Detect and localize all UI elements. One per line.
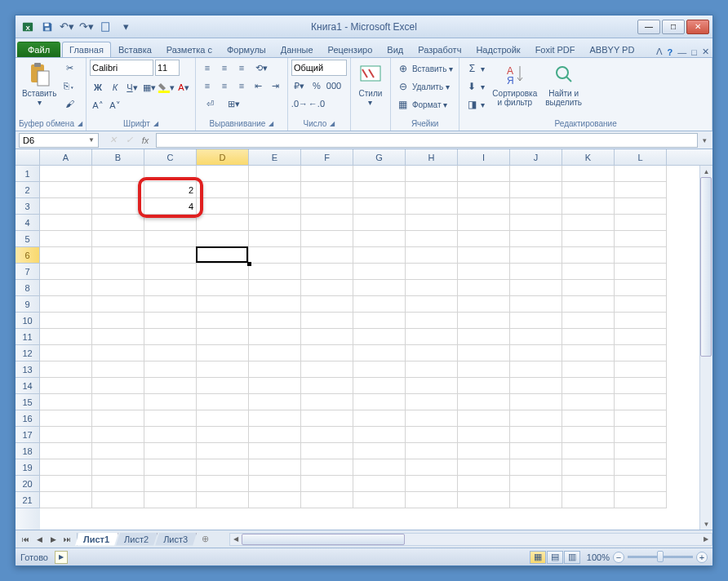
cell-E12[interactable]: [249, 345, 301, 361]
cell-D12[interactable]: [197, 345, 249, 361]
cell-J6[interactable]: [510, 247, 562, 264]
sheet-tab-1[interactable]: Лист1: [75, 533, 118, 546]
cell-A7[interactable]: [40, 264, 92, 280]
save-icon[interactable]: [38, 18, 56, 36]
cell-K15[interactable]: [562, 394, 615, 410]
cell-L18[interactable]: [615, 443, 667, 459]
cell-G9[interactable]: [353, 296, 406, 313]
cell-H21[interactable]: [406, 492, 458, 508]
enter-formula-icon[interactable]: ✓: [122, 133, 136, 148]
cell-A9[interactable]: [40, 296, 92, 313]
tab-developer[interactable]: Разработч: [411, 42, 468, 57]
cell-B18[interactable]: [92, 443, 144, 459]
cell-A21[interactable]: [40, 492, 92, 508]
cell-K21[interactable]: [562, 492, 615, 508]
cell-H6[interactable]: [406, 247, 458, 264]
cell-I20[interactable]: [458, 476, 510, 492]
row-header-5[interactable]: 5: [16, 231, 40, 247]
view-normal-icon[interactable]: ▦: [530, 551, 546, 564]
cell-L4[interactable]: [615, 215, 667, 231]
cell-L14[interactable]: [615, 378, 667, 394]
cell-C11[interactable]: [144, 329, 197, 345]
cell-J19[interactable]: [510, 459, 562, 476]
col-header-E[interactable]: E: [249, 149, 301, 165]
cell-A1[interactable]: [40, 166, 92, 182]
zoom-slider[interactable]: [628, 556, 693, 558]
cell-E15[interactable]: [249, 394, 301, 410]
font-size-combo[interactable]: [155, 60, 180, 76]
cell-C4[interactable]: [144, 215, 197, 231]
view-page-layout-icon[interactable]: ▤: [547, 551, 563, 564]
cell-G15[interactable]: [353, 394, 406, 410]
styles-button[interactable]: Стили▾: [354, 60, 387, 109]
cell-E13[interactable]: [249, 361, 301, 378]
cell-J9[interactable]: [510, 296, 562, 313]
cell-A14[interactable]: [40, 378, 92, 394]
cell-K13[interactable]: [562, 361, 615, 378]
cell-A10[interactable]: [40, 313, 92, 329]
wrap-text-icon[interactable]: ⏎: [199, 95, 222, 112]
cell-H18[interactable]: [406, 443, 458, 459]
alignment-launcher-icon[interactable]: ◢: [269, 120, 273, 127]
percent-icon[interactable]: %: [309, 78, 325, 94]
tab-formulas[interactable]: Формулы: [220, 42, 273, 57]
cell-J16[interactable]: [510, 410, 562, 427]
sheet-nav-first-icon[interactable]: ⏮: [19, 533, 32, 546]
cell-F4[interactable]: [301, 215, 353, 231]
cell-K4[interactable]: [562, 215, 615, 231]
cell-I15[interactable]: [458, 394, 510, 410]
cell-A15[interactable]: [40, 394, 92, 410]
cell-I18[interactable]: [458, 443, 510, 459]
cell-K6[interactable]: [562, 247, 615, 264]
cell-B1[interactable]: [92, 166, 144, 182]
cell-J1[interactable]: [510, 166, 562, 182]
tab-addins[interactable]: Надстройк: [468, 42, 527, 57]
tab-abbyy[interactable]: ABBYY PD: [583, 42, 642, 57]
cell-F1[interactable]: [301, 166, 353, 182]
cell-K14[interactable]: [562, 378, 615, 394]
cell-D19[interactable]: [197, 459, 249, 476]
cell-D10[interactable]: [197, 313, 249, 329]
cell-K18[interactable]: [562, 443, 615, 459]
maximize-button[interactable]: □: [662, 20, 685, 34]
cell-H11[interactable]: [406, 329, 458, 345]
cell-C20[interactable]: [144, 476, 197, 492]
cell-F19[interactable]: [301, 459, 353, 476]
bold-button[interactable]: Ж: [90, 79, 106, 95]
cell-B20[interactable]: [92, 476, 144, 492]
cell-H13[interactable]: [406, 361, 458, 378]
row-header-7[interactable]: 7: [16, 264, 40, 280]
cell-F14[interactable]: [301, 378, 353, 394]
cell-D20[interactable]: [197, 476, 249, 492]
row-header-6[interactable]: 6: [16, 247, 40, 264]
tab-insert[interactable]: Вставка: [111, 42, 159, 57]
cell-B4[interactable]: [92, 215, 144, 231]
cell-E2[interactable]: [249, 182, 301, 198]
increase-indent-icon[interactable]: ⇥: [268, 78, 284, 94]
align-left-icon[interactable]: ≡: [199, 78, 215, 94]
merge-cells-icon[interactable]: ⊞▾: [223, 95, 246, 112]
cell-I7[interactable]: [458, 264, 510, 280]
cut-icon[interactable]: ✂: [61, 60, 78, 76]
cell-D15[interactable]: [197, 394, 249, 410]
help-icon[interactable]: ?: [668, 47, 673, 57]
currency-icon[interactable]: ₽▾: [291, 78, 308, 94]
new-sheet-icon[interactable]: ⊕: [197, 534, 213, 544]
cell-A4[interactable]: [40, 215, 92, 231]
cell-A11[interactable]: [40, 329, 92, 345]
cell-H19[interactable]: [406, 459, 458, 476]
cell-K17[interactable]: [562, 427, 615, 443]
cell-I10[interactable]: [458, 313, 510, 329]
cell-K3[interactable]: [562, 198, 615, 215]
cell-B9[interactable]: [92, 296, 144, 313]
cell-E3[interactable]: [249, 198, 301, 215]
cell-A3[interactable]: [40, 198, 92, 215]
cell-F2[interactable]: [301, 182, 353, 198]
col-header-C[interactable]: C: [144, 149, 197, 165]
formula-input[interactable]: [156, 133, 698, 148]
cell-G5[interactable]: [353, 231, 406, 247]
cell-H15[interactable]: [406, 394, 458, 410]
cell-F21[interactable]: [301, 492, 353, 508]
cell-J8[interactable]: [510, 280, 562, 296]
cell-C12[interactable]: [144, 345, 197, 361]
